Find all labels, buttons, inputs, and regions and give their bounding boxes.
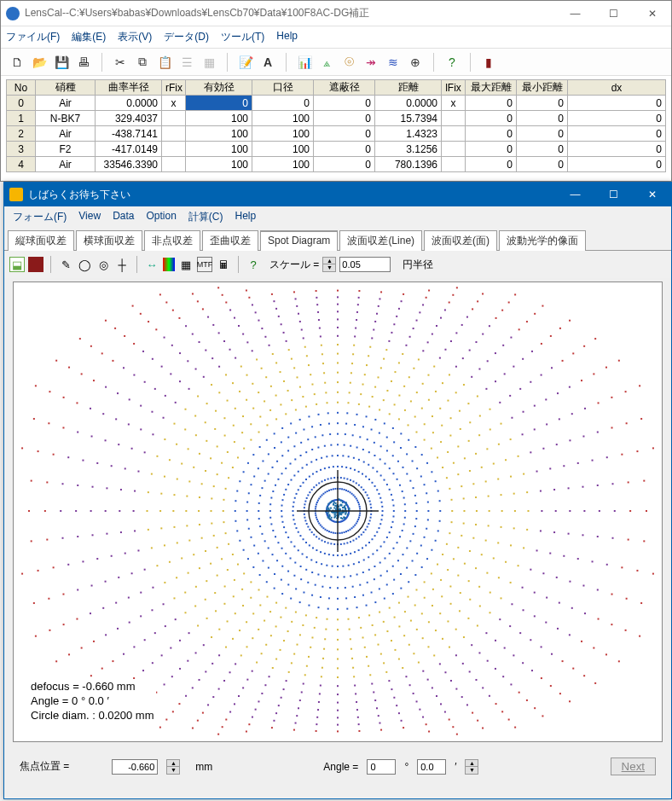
- cell[interactable]: [162, 142, 186, 157]
- cell[interactable]: -417.0149: [96, 142, 162, 157]
- cell[interactable]: x: [162, 96, 186, 111]
- col-header[interactable]: 口径: [252, 80, 314, 96]
- cell[interactable]: 2: [7, 126, 36, 142]
- help-icon[interactable]: ?: [443, 53, 461, 72]
- col-header[interactable]: 最小距離: [517, 80, 568, 96]
- cell[interactable]: 0: [568, 126, 666, 142]
- cell[interactable]: 4: [7, 157, 36, 172]
- print-icon[interactable]: 🖶: [74, 53, 93, 72]
- cell[interactable]: 0: [517, 157, 568, 172]
- cell[interactable]: 0: [466, 142, 517, 157]
- cell[interactable]: 0: [466, 111, 517, 126]
- arrow-icon[interactable]: ↠: [362, 53, 380, 72]
- table-row[interactable]: 4Air33546.33901001000780.1396000: [7, 157, 666, 172]
- cell[interactable]: 0: [7, 96, 36, 111]
- cell[interactable]: 100: [252, 126, 314, 142]
- cell[interactable]: 0: [314, 157, 375, 172]
- note-icon[interactable]: 📝: [236, 53, 255, 72]
- cell[interactable]: [442, 157, 466, 172]
- cell[interactable]: 33546.3390: [96, 157, 162, 172]
- cell[interactable]: 0: [314, 126, 375, 142]
- cell[interactable]: 0: [568, 96, 666, 111]
- cell[interactable]: Air: [36, 96, 96, 111]
- minimize-button[interactable]: —: [556, 1, 594, 26]
- cell[interactable]: 0: [314, 142, 375, 157]
- col-header[interactable]: 距離: [375, 80, 442, 96]
- cell[interactable]: [162, 111, 186, 126]
- maximize-button[interactable]: ☐: [594, 1, 633, 26]
- table-row[interactable]: 0Air0.0000x0000.0000x000: [7, 96, 666, 111]
- cell[interactable]: 0: [568, 142, 666, 157]
- cell[interactable]: 1.4323: [375, 126, 442, 142]
- cell[interactable]: 0.0000: [96, 96, 162, 111]
- cell[interactable]: Air: [36, 157, 96, 172]
- cell[interactable]: 100: [252, 142, 314, 157]
- cell[interactable]: 100: [252, 111, 314, 126]
- col-header[interactable]: dx: [568, 80, 666, 96]
- table-row[interactable]: 3F2-417.014910010003.1256000: [7, 142, 666, 157]
- col-header[interactable]: 最大距離: [466, 80, 517, 96]
- cell[interactable]: 0: [568, 111, 666, 126]
- cell[interactable]: 329.4037: [96, 111, 162, 126]
- menu-edit[interactable]: 編集(E): [72, 30, 106, 44]
- paste-icon[interactable]: 📋: [155, 53, 174, 72]
- cell[interactable]: 3.1256: [375, 142, 442, 157]
- cell[interactable]: [442, 142, 466, 157]
- menu-tools[interactable]: ツール(T): [221, 30, 264, 44]
- cell[interactable]: 100: [186, 157, 252, 172]
- list-icon[interactable]: ☰: [177, 53, 196, 72]
- col-header[interactable]: 曲率半径: [96, 80, 162, 96]
- cell[interactable]: x: [442, 96, 466, 111]
- col-header[interactable]: rFix: [162, 80, 186, 96]
- lens-icon[interactable]: ⦾: [339, 53, 358, 72]
- cell[interactable]: 0: [517, 142, 568, 157]
- menu-file[interactable]: ファイル(F): [6, 30, 60, 44]
- cell[interactable]: 0: [314, 96, 375, 111]
- wave-icon[interactable]: ≋: [384, 53, 403, 72]
- cell[interactable]: [442, 111, 466, 126]
- cell[interactable]: 0: [186, 96, 252, 111]
- cell[interactable]: 0: [466, 126, 517, 142]
- cell[interactable]: 780.1396: [375, 157, 442, 172]
- cell[interactable]: 0: [517, 126, 568, 142]
- cell[interactable]: 0: [517, 111, 568, 126]
- cell[interactable]: 0: [466, 157, 517, 172]
- cell[interactable]: N-BK7: [36, 111, 96, 126]
- col-header[interactable]: 遮蔽径: [314, 80, 375, 96]
- cell[interactable]: 3: [7, 142, 36, 157]
- cell[interactable]: 0: [517, 96, 568, 111]
- table-row[interactable]: 1N-BK7329.4037100100015.7394000: [7, 111, 666, 126]
- cell[interactable]: 100: [186, 126, 252, 142]
- cut-icon[interactable]: ✂: [111, 53, 130, 72]
- new-file-icon[interactable]: 🗋: [8, 53, 26, 72]
- cell[interactable]: [162, 157, 186, 172]
- cell[interactable]: 0: [314, 111, 375, 126]
- bar-chart-icon[interactable]: 📊: [295, 53, 314, 72]
- cell[interactable]: -438.7141: [96, 126, 162, 142]
- cell[interactable]: 0: [252, 96, 314, 111]
- menu-data[interactable]: データ(D): [164, 30, 209, 44]
- cell[interactable]: 0: [568, 157, 666, 172]
- prism-icon[interactable]: ⟁: [317, 53, 336, 72]
- lens-data-table[interactable]: No硝種曲率半径rFix有効径口径遮蔽径距離lFix最大距離最小距離dx 0Ai…: [6, 79, 666, 172]
- cell[interactable]: 0.0000: [375, 96, 442, 111]
- cell[interactable]: 100: [186, 142, 252, 157]
- cell[interactable]: 100: [252, 157, 314, 172]
- copy-icon[interactable]: ⧉: [133, 53, 152, 72]
- font-icon[interactable]: A: [258, 53, 277, 72]
- menu-view[interactable]: 表示(V): [118, 30, 152, 44]
- calc-icon[interactable]: ▮: [479, 53, 498, 72]
- col-header[interactable]: 硝種: [36, 80, 96, 96]
- cell[interactable]: Air: [36, 126, 96, 142]
- cell[interactable]: 0: [466, 96, 517, 111]
- col-header[interactable]: 有効径: [186, 80, 252, 96]
- cell[interactable]: 100: [186, 111, 252, 126]
- spot-icon[interactable]: ⊕: [406, 53, 425, 72]
- menu-help[interactable]: Help: [276, 30, 298, 44]
- col-header[interactable]: lFix: [442, 80, 466, 96]
- cell[interactable]: 15.7394: [375, 111, 442, 126]
- grid-icon[interactable]: ▦: [200, 53, 218, 72]
- save-icon[interactable]: 💾: [52, 53, 71, 72]
- cell[interactable]: 1: [7, 111, 36, 126]
- col-header[interactable]: No: [7, 80, 36, 96]
